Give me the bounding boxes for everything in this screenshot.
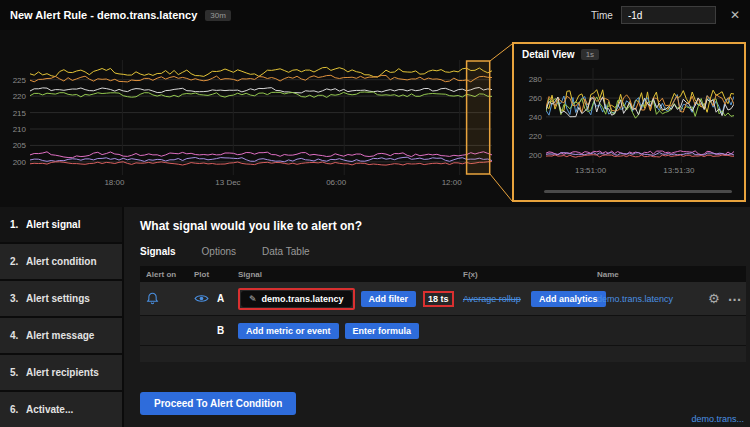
duration-badge: 30m <box>205 10 231 21</box>
footer-metric-link[interactable]: demo.trans... <box>691 414 744 424</box>
row-actions-cell: ⚙ ⋯ <box>702 292 746 306</box>
step-number: 2. <box>10 256 26 267</box>
signal-tabs: Signals Options Data Table <box>140 246 750 260</box>
ts-count: 18 ts <box>428 294 449 304</box>
wizard-steps-sidebar: 1. Alert signal 2. Alert condition 3. Al… <box>0 207 122 427</box>
add-filter-button[interactable]: Add filter <box>361 291 417 307</box>
y-axis-tick-label: 225 <box>3 76 26 85</box>
sidebar-item-alert-settings[interactable]: 3. Alert settings <box>0 281 122 316</box>
x-axis-tick-label: 13:51:00 <box>575 166 606 175</box>
x-axis-tick-label: 13 Dec <box>215 178 240 187</box>
alert-signal-panel: What signal would you like to alert on? … <box>124 207 750 427</box>
plot-letter-a: A <box>217 293 224 304</box>
signal-cell-b: Add metric or event Enter formula <box>232 323 525 339</box>
plot-letter-b: B <box>217 325 224 336</box>
step-number: 1. <box>10 219 26 230</box>
proceed-to-alert-condition-button[interactable]: Proceed To Alert Condition <box>140 392 296 415</box>
annotation-box-ts-count: 18 ts <box>423 291 454 307</box>
time-range-input[interactable] <box>621 6 716 24</box>
ts-count-cell: 18 ts <box>417 291 457 307</box>
sidebar-item-alert-condition[interactable]: 2. Alert condition <box>0 244 122 279</box>
detail-scrollbar[interactable] <box>544 190 732 193</box>
signal-row-a: A ✎ demo.trans.latency Add filter 18 ts <box>140 282 746 316</box>
main-chart-plot[interactable] <box>30 60 492 175</box>
signal-table-header: Alert on Plot Signal F(x) Name <box>140 266 746 282</box>
x-axis-tick-label: 18:00 <box>104 178 124 187</box>
eye-icon[interactable] <box>194 293 209 304</box>
panel-question: What signal would you like to alert on? <box>140 219 750 233</box>
annotation-box-signal: ✎ demo.trans.latency <box>238 288 355 310</box>
col-header-alert-on: Alert on <box>140 270 188 279</box>
detail-view-header: Detail View 1s <box>522 49 736 60</box>
step-number: 6. <box>10 404 26 415</box>
alert-on-cell <box>140 291 188 306</box>
y-axis-tick-label: 260 <box>519 94 542 103</box>
y-axis-tick-label: 280 <box>519 75 542 84</box>
detail-chart-plot <box>546 68 734 163</box>
bell-icon[interactable] <box>146 291 159 306</box>
plot-cell: A <box>188 293 232 304</box>
tab-signals[interactable]: Signals <box>140 246 176 260</box>
top-bar: New Alert Rule - demo.trans.latency 30m … <box>0 0 750 30</box>
step-label: Alert signal <box>26 219 80 230</box>
signal-metric-pill[interactable]: ✎ demo.trans.latency <box>241 291 352 307</box>
sidebar-item-alert-signal[interactable]: 1. Alert signal <box>0 207 122 242</box>
more-options-icon[interactable]: ⋯ <box>728 292 742 306</box>
name-cell: demo.trans.latency <box>591 294 702 304</box>
detail-view-panel: Detail View 1s 20022024026028013:51:0013… <box>512 42 746 202</box>
detail-chart: 20022024026028013:51:0013:51:30 <box>546 68 734 163</box>
signal-cell: ✎ demo.trans.latency Add filter <box>232 288 417 310</box>
step-number: 4. <box>10 330 26 341</box>
gear-icon[interactable]: ⚙ <box>708 292 720 305</box>
col-header-fx: F(x) <box>457 270 525 279</box>
detail-view-title: Detail View <box>522 49 575 60</box>
close-icon[interactable]: ✕ <box>730 8 740 22</box>
rollup-cell: Average rollup <box>457 294 525 304</box>
y-axis-tick-label: 220 <box>3 92 26 101</box>
resolution-badge: 1s <box>581 49 599 60</box>
chart-section: 20020521021522022518:0013 Dec06:0012:00 … <box>0 30 750 207</box>
step-label: Activate... <box>26 404 73 415</box>
tab-data-table[interactable]: Data Table <box>262 246 310 260</box>
enter-formula-button[interactable]: Enter formula <box>345 323 420 339</box>
signal-name-link[interactable]: demo.trans.latency <box>597 294 673 304</box>
y-axis-tick-label: 200 <box>519 151 542 160</box>
main-preview-chart: 20020521021522022518:0013 Dec06:0012:00 <box>30 60 492 175</box>
x-axis-tick-label: 12:00 <box>442 178 462 187</box>
sidebar-item-alert-recipients[interactable]: 5. Alert recipients <box>0 355 122 390</box>
step-label: Alert settings <box>26 293 90 304</box>
signal-metric-name: demo.trans.latency <box>262 294 344 304</box>
step-label: Alert recipients <box>26 367 99 378</box>
x-axis-tick-label: 13:51:30 <box>663 166 694 175</box>
rollup-link[interactable]: Average rollup <box>463 294 521 304</box>
y-axis-tick-label: 210 <box>3 125 26 134</box>
step-label: Alert message <box>26 330 94 341</box>
x-axis-tick-label: 06:00 <box>326 178 346 187</box>
y-axis-tick-label: 205 <box>3 141 26 150</box>
time-label: Time <box>591 10 613 21</box>
tab-options[interactable]: Options <box>202 246 236 260</box>
col-header-name: Name <box>591 270 702 279</box>
plot-cell-b: B <box>188 325 232 336</box>
page-title: New Alert Rule - demo.trans.latency <box>10 9 197 21</box>
table-tail <box>140 346 746 362</box>
signal-table: Alert on Plot Signal F(x) Name <box>140 266 746 362</box>
bottom-section: 1. Alert signal 2. Alert condition 3. Al… <box>0 207 750 427</box>
y-axis-tick-label: 240 <box>519 113 542 122</box>
col-header-plot: Plot <box>188 270 232 279</box>
signal-row-b: B Add metric or event Enter formula <box>140 316 746 346</box>
detail-selection-band <box>467 61 490 174</box>
step-number: 3. <box>10 293 26 304</box>
edit-pencil-icon: ✎ <box>249 294 257 304</box>
step-number: 5. <box>10 367 26 378</box>
sidebar-item-alert-message[interactable]: 4. Alert message <box>0 318 122 353</box>
col-header-signal: Signal <box>232 270 417 279</box>
analytics-cell: Add analytics <box>525 291 591 307</box>
y-axis-tick-label: 215 <box>3 109 26 118</box>
step-label: Alert condition <box>26 256 97 267</box>
sidebar-item-activate[interactable]: 6. Activate... <box>0 392 122 427</box>
y-axis-tick-label: 200 <box>3 158 26 167</box>
y-axis-tick-label: 220 <box>519 132 542 141</box>
add-metric-or-event-button[interactable]: Add metric or event <box>238 323 339 339</box>
